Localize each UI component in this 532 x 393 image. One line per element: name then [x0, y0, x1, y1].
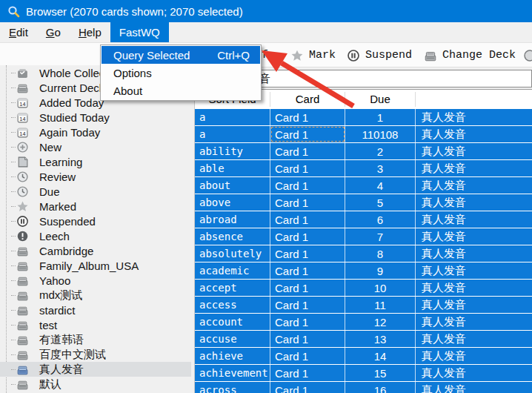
cell-sort-field[interactable]: a — [195, 109, 270, 125]
cell-due[interactable]: 15 — [345, 365, 416, 381]
cell-sort-field[interactable]: across — [195, 382, 270, 393]
cell-due[interactable]: 4 — [345, 177, 416, 194]
sidebar-item-studied-today[interactable]: 14Studied Today — [0, 110, 191, 125]
cell-sort-field[interactable]: about — [195, 177, 270, 194]
table-row[interactable]: aboutCard 14真人发音 — [195, 177, 532, 194]
cell-sort-field[interactable]: able — [195, 160, 270, 176]
toolbar-suspend-button[interactable]: Suspend — [347, 43, 412, 67]
menuitem-options[interactable]: Options — [102, 64, 260, 82]
cell-sort-field[interactable]: achievement — [195, 365, 270, 381]
cell-card[interactable]: Card 1 — [270, 297, 345, 313]
cell-sort-field[interactable]: academic — [195, 262, 270, 279]
cell-deck[interactable]: 真人发音 — [416, 331, 532, 347]
cell-card[interactable]: Card 1 — [270, 314, 345, 330]
cell-sort-field[interactable]: access — [195, 297, 270, 313]
cell-due[interactable]: 5 — [345, 194, 416, 211]
cell-card[interactable]: Card 1 — [270, 143, 345, 159]
table-row[interactable]: abroadCard 16真人发音 — [195, 211, 532, 228]
cell-sort-field[interactable]: absolutely — [195, 245, 270, 262]
cell-card[interactable]: Card 1 — [270, 177, 345, 194]
sidebar-item-cambridge[interactable]: Cambridge — [0, 243, 191, 258]
cell-sort-field[interactable]: abroad — [195, 211, 270, 228]
sidebar-item-yahoo[interactable]: Yahoo — [0, 273, 191, 288]
cell-card[interactable]: Card 1 — [270, 331, 345, 347]
cell-deck[interactable]: 真人发音 — [416, 314, 532, 330]
table-row[interactable]: aCard 1110108真人发音 — [195, 126, 532, 142]
menu-edit[interactable]: Edit — [0, 22, 37, 42]
table-row[interactable]: accountCard 112真人发音 — [195, 314, 532, 330]
cell-due[interactable]: 2 — [345, 143, 416, 159]
cell-sort-field[interactable]: a — [195, 126, 270, 142]
cell-card[interactable]: Card 1 — [270, 245, 345, 262]
cell-card[interactable]: Card 1 — [270, 382, 345, 393]
cell-due[interactable]: 12 — [345, 314, 416, 330]
toolbar-extra-button[interactable] — [523, 43, 532, 67]
table-row[interactable]: accessCard 111真人发音 — [195, 297, 532, 313]
sidebar-item-默认[interactable]: 默认 — [0, 377, 191, 392]
cell-sort-field[interactable]: ability — [195, 143, 270, 159]
cell-due[interactable]: 110108 — [345, 126, 416, 142]
cell-sort-field[interactable]: absence — [195, 228, 270, 245]
toolbar-mark-button[interactable]: Mark — [290, 43, 336, 67]
cell-deck[interactable]: 真人发音 — [416, 365, 532, 381]
cell-deck[interactable]: 真人发音 — [416, 297, 532, 313]
cell-deck[interactable]: 真人发音 — [416, 160, 532, 176]
cell-deck[interactable]: 真人发音 — [416, 262, 532, 279]
cell-deck[interactable]: 真人发音 — [416, 211, 532, 228]
sidebar-item-mdx测试[interactable]: mdx测试 — [0, 288, 191, 303]
cell-card[interactable]: Card 1 — [270, 109, 345, 125]
cell-card[interactable]: Card 1 — [270, 365, 345, 381]
cell-sort-field[interactable]: accuse — [195, 331, 270, 347]
cell-card[interactable]: Card 1 — [270, 126, 345, 142]
cell-card[interactable]: Card 1 — [270, 280, 345, 296]
cell-deck[interactable]: 真人发音 — [416, 126, 532, 142]
sidebar-item-learning[interactable]: Learning — [0, 154, 191, 169]
sidebar-item-suspended[interactable]: Suspended — [0, 214, 191, 228]
cell-deck[interactable]: 真人发音 — [416, 194, 532, 211]
sidebar-item-review[interactable]: Review — [0, 169, 191, 184]
cell-deck[interactable]: 真人发音 — [416, 382, 532, 393]
sidebar-item-new[interactable]: New — [0, 139, 191, 154]
sidebar-item-due[interactable]: Due — [0, 184, 191, 199]
cell-deck[interactable]: 真人发音 — [416, 143, 532, 159]
cell-due[interactable]: 8 — [345, 245, 416, 262]
menuitem-query-selected[interactable]: Query SelectedCtrl+Q — [102, 46, 260, 64]
menu-help[interactable]: Help — [70, 22, 110, 42]
table-row[interactable]: accuseCard 113真人发音 — [195, 331, 532, 347]
menuitem-about[interactable]: About — [102, 82, 260, 99]
cell-due[interactable]: 10 — [345, 280, 416, 296]
cell-deck[interactable]: 真人发音 — [416, 245, 532, 262]
cell-card[interactable]: Card 1 — [270, 228, 345, 245]
cell-card[interactable]: Card 1 — [270, 160, 345, 176]
table-row[interactable]: aboveCard 15真人发音 — [195, 194, 532, 211]
cell-deck[interactable]: 真人发音 — [416, 228, 532, 245]
cell-deck[interactable]: 真人发音 — [416, 109, 532, 125]
cell-card[interactable]: Card 1 — [270, 348, 345, 364]
cell-sort-field[interactable]: account — [195, 314, 270, 330]
cell-deck[interactable]: 真人发音 — [416, 280, 532, 296]
cell-due[interactable]: 6 — [345, 211, 416, 228]
sidebar-item-真人发音[interactable]: 真人发音 — [0, 362, 191, 377]
sidebar-item-test[interactable]: test — [0, 317, 191, 332]
table-row[interactable]: abilityCard 12真人发音 — [195, 143, 532, 159]
cell-card[interactable]: Card 1 — [270, 194, 345, 211]
table-row[interactable]: academicCard 19真人发音 — [195, 262, 532, 279]
cell-due[interactable]: 13 — [345, 331, 416, 347]
column-header-card[interactable]: Card — [270, 92, 345, 107]
table-row[interactable]: acceptCard 110真人发音 — [195, 280, 532, 296]
table-row[interactable]: acrossCard 116真人发音 — [195, 382, 532, 393]
sidebar-item-leech[interactable]: Leech — [0, 228, 191, 243]
cell-due[interactable]: 14 — [345, 348, 416, 364]
sidebar-item-again-today[interactable]: 14Again Today — [0, 125, 191, 139]
cell-deck[interactable]: 真人发音 — [416, 177, 532, 194]
sidebar-item-family_album_usa[interactable]: Family_Album_USA — [0, 258, 191, 273]
sidebar-item-有道韩语[interactable]: 有道韩语 — [0, 332, 191, 347]
cell-deck[interactable]: 真人发音 — [416, 348, 532, 364]
table-row[interactable]: ableCard 13真人发音 — [195, 160, 532, 176]
cell-due[interactable]: 9 — [345, 262, 416, 279]
cell-due[interactable]: 1 — [345, 109, 416, 125]
table-row[interactable]: achieveCard 114真人发音 — [195, 348, 532, 364]
menu-fastwq[interactable]: FastWQ — [110, 22, 169, 42]
toolbar-change-deck-button[interactable]: Change Deck — [424, 43, 516, 67]
column-header-due[interactable]: Due — [345, 92, 416, 107]
